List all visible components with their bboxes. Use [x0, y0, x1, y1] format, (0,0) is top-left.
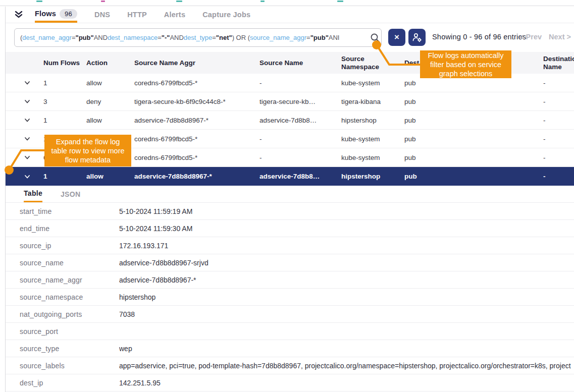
- query-segment: "-": [162, 34, 170, 41]
- detail-key: dest_ip: [20, 379, 119, 387]
- callout-text: Flow logs automatically filter based on …: [424, 51, 507, 78]
- cell-src_aggr: tigera-secure-kb-6f9c9c44c8-*: [134, 98, 259, 105]
- detail-value: 142.251.5.95: [119, 379, 574, 387]
- row-expander-chevron-icon[interactable]: [24, 117, 43, 124]
- flow-detail-table: start_time5-10-2024 11:59:19 AMend_time5…: [6, 203, 574, 391]
- callout-filter-tooltip: Flow logs automatically filter based on …: [420, 50, 511, 78]
- cell-num: 3: [43, 98, 86, 105]
- callout-expand-tooltip: Expand the flow log table row to view mo…: [44, 135, 131, 166]
- query-segment: source_name_aggr: [250, 34, 306, 41]
- detail-key: source_labels: [20, 362, 119, 370]
- query-segment: dest_namespace: [108, 34, 158, 41]
- flows-count-badge: 96: [60, 9, 77, 19]
- cell-num: 1: [43, 79, 86, 87]
- query-input[interactable]: (dest_name_aggr = "pub" AND dest_namespa…: [14, 28, 382, 47]
- detail-tab-table[interactable]: Table: [24, 186, 42, 202]
- detail-key: end_time: [20, 225, 119, 233]
- query-segment: dest_name_aggr: [22, 34, 72, 41]
- detail-row: source_name_aggradservice-7d8b8d8967-*: [6, 271, 574, 289]
- query-segment: "pub": [76, 34, 94, 41]
- cell-dest_name: -: [543, 154, 574, 161]
- cell-dest_name: -: [543, 135, 574, 143]
- cell-src_name: -: [259, 135, 341, 143]
- flow-table-body: 1allowcoredns-6799fbcd5-*-kube-systempub…: [6, 74, 574, 186]
- column-header: Source Name Aggr: [134, 59, 259, 67]
- query-segment: =: [158, 34, 162, 41]
- clipped-query-remnant: [176, 1, 182, 2]
- callout-connector: [371, 39, 422, 70]
- clipped-query-remnant: [101, 1, 105, 2]
- double-chevron-down-icon: [14, 10, 24, 19]
- pagination: < Prev Next >: [519, 33, 571, 41]
- tab-label: Flows: [35, 10, 56, 18]
- query-segment: ) OR (: [232, 34, 250, 41]
- detail-tab-json[interactable]: JSON: [61, 186, 80, 202]
- query-segment: AND: [94, 34, 108, 41]
- query-segment: AND: [170, 34, 183, 41]
- detail-key: source_ip: [20, 242, 119, 250]
- query-segment: "pub": [310, 34, 329, 41]
- tab-label: DNS: [94, 11, 110, 19]
- row-expander-chevron-icon[interactable]: [24, 98, 43, 105]
- tab-flows[interactable]: Flows 96: [35, 7, 77, 23]
- cell-src_name: adservice-7d8b8…: [259, 173, 341, 180]
- cell-dest_name: -: [543, 117, 574, 124]
- query-segment: =: [306, 34, 310, 41]
- tab-dns[interactable]: DNS: [94, 7, 110, 23]
- query-segment: "net": [216, 34, 232, 41]
- cell-dest_name: -: [543, 173, 574, 180]
- cell-dest_aggr: pub: [404, 79, 543, 87]
- callout-text: Expand the flow log table row to view mo…: [48, 137, 127, 164]
- column-header: Source Name: [259, 59, 341, 67]
- cell-src_name: -: [259, 154, 341, 161]
- tab-label: Alerts: [164, 11, 185, 19]
- cell-src_aggr: coredns-6799fbcd5-*: [134, 154, 259, 161]
- detail-value: adservice-7d8b8d8967-srjvd: [119, 259, 574, 267]
- cell-src_name: adservice-7d8b8…: [259, 117, 341, 124]
- cell-src_aggr: adservice-7d8b8d8967-*: [134, 173, 259, 180]
- tab-alerts[interactable]: Alerts: [164, 7, 185, 23]
- detail-row: source_port: [6, 323, 574, 340]
- cell-src_ns: hipstershop: [341, 117, 404, 124]
- query-segment: dest_type: [184, 34, 212, 41]
- detail-row: source_namespacehipstershop: [6, 289, 574, 306]
- detail-row: source_typewep: [6, 340, 574, 357]
- cell-num: 1: [43, 173, 86, 180]
- toolbar: (dest_name_aggr = "pub" AND dest_namespa…: [6, 23, 574, 52]
- collapse-panel-button[interactable]: [14, 7, 24, 23]
- detail-row: source_labelsapp=adservice, pci=true, po…: [6, 357, 574, 374]
- cell-action: allow: [86, 173, 134, 180]
- flow-table-row[interactable]: 1allowadservice-7d8b8d8967-*adservice-7d…: [6, 167, 574, 186]
- cell-dest_aggr: pub: [404, 173, 543, 180]
- query-segment: =: [212, 34, 216, 41]
- detail-row: dest_ip142.251.5.95: [6, 374, 574, 391]
- tab-http[interactable]: HTTP: [127, 7, 147, 23]
- cell-action: deny: [86, 98, 134, 105]
- flow-table-row[interactable]: 3denytigera-secure-kb-6f9c9c44c8-*tigera…: [6, 92, 574, 111]
- detail-tabbar: Table JSON: [6, 186, 574, 203]
- prev-button[interactable]: < Prev: [519, 33, 542, 41]
- cell-src_aggr: coredns-6799fbcd5-*: [134, 135, 259, 143]
- query-segment: ANI: [329, 34, 340, 41]
- callout-connector: [3, 144, 46, 177]
- column-header: Destination Name: [543, 55, 574, 71]
- row-expander-chevron-icon[interactable]: [24, 135, 43, 142]
- cell-src_name: -: [259, 79, 341, 87]
- next-button[interactable]: Next >: [549, 33, 571, 41]
- detail-value: hipstershop: [119, 293, 574, 301]
- flow-table-row[interactable]: 1allowadservice-7d8b8d8967-*adservice-7d…: [6, 111, 574, 130]
- cell-dest_name: -: [543, 98, 574, 105]
- cell-src_ns: hipstershop: [341, 173, 404, 180]
- cell-src_ns: kube-system: [341, 154, 404, 161]
- cell-src_ns: kube-system: [341, 79, 404, 87]
- detail-key: start_time: [20, 207, 119, 215]
- cell-src_aggr: coredns-6799fbcd5-*: [134, 79, 259, 87]
- clipped-query-remnant: [36, 1, 42, 2]
- detail-value: 7038: [119, 310, 574, 318]
- detail-row: start_time5-10-2024 11:59:19 AM: [6, 203, 574, 220]
- detail-value: 172.16.193.171: [119, 242, 574, 250]
- cell-src_ns: tigera-kibana: [341, 98, 404, 105]
- column-header: Num Flows: [43, 59, 86, 67]
- row-expander-chevron-icon[interactable]: [24, 79, 43, 86]
- tab-capture-jobs[interactable]: Capture Jobs: [202, 7, 250, 23]
